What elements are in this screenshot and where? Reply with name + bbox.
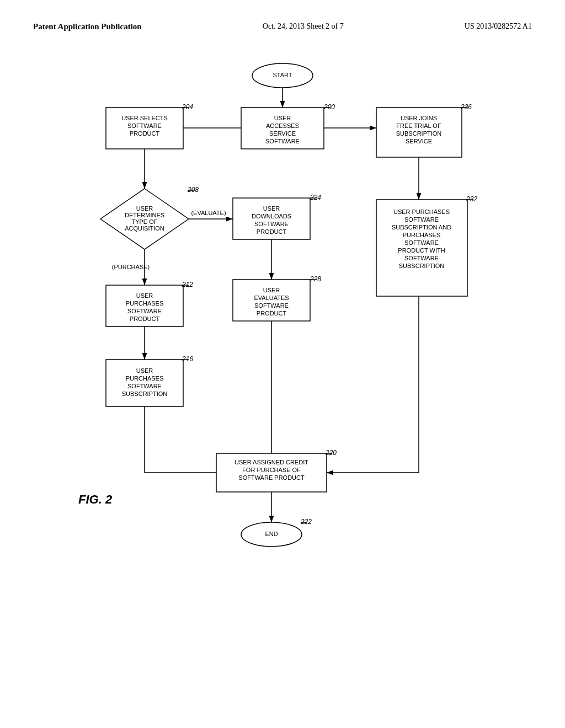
ref-220: 220 (325, 449, 337, 457)
node-232-text-7: SOFTWARE (404, 255, 439, 261)
patent-page: Patent Application Publication Oct. 24, … (0, 0, 565, 728)
fig-label: FIG. 2 (78, 493, 113, 506)
node-204-text-3: PRODUCT (130, 130, 160, 137)
page-header: Patent Application Publication Oct. 24, … (33, 22, 532, 31)
node-228-text-1: USER (263, 287, 280, 293)
node-216-text-1: USER (136, 367, 153, 374)
node-220-text-2: FOR PURCHASE OF (242, 467, 301, 473)
ref-236: 236 (460, 103, 472, 111)
node-224-text-1: USER (263, 205, 280, 212)
ref-216: 216 (182, 355, 193, 363)
node-212-text-3: SOFTWARE (127, 308, 162, 314)
header-left: Patent Application Publication (33, 22, 142, 31)
node-200-text-4: SOFTWARE (265, 138, 300, 144)
node-204-text-2: SOFTWARE (127, 122, 162, 129)
node-228-text-4: PRODUCT (257, 310, 287, 317)
node-232-text-5: SOFTWARE (404, 239, 439, 246)
ref-224: 224 (310, 194, 321, 201)
node-216-text-2: PURCHASES (126, 375, 163, 382)
node-208-text-3: TYPE OF (131, 218, 157, 225)
node-232-text-3: SUBSCRIPTION AND (392, 224, 451, 231)
ref-228: 228 (310, 275, 321, 283)
node-232-text-6: PRODUCT WITH (398, 247, 445, 254)
node-224-text-2: DOWNLOADS (252, 213, 291, 220)
node-232-text-8: SUBSCRIPTION (399, 263, 445, 269)
node-200-text-1: USER (274, 115, 291, 121)
node-236-text-4: SERVICE (406, 138, 432, 144)
node-220-text-1: USER ASSIGNED CREDIT (234, 459, 308, 465)
node-216-text-3: SOFTWARE (127, 383, 162, 389)
purchase-label: (PURCHASE) (112, 264, 150, 270)
header-right: US 2013/0282572 A1 (465, 22, 532, 31)
header-center: Oct. 24, 2013 Sheet 2 of 7 (263, 22, 344, 31)
ref-200: 200 (323, 103, 335, 111)
node-236-text-2: FREE TRIAL OF (396, 122, 441, 129)
node-224-text-4: PRODUCT (257, 228, 287, 235)
ref-222: 222 (300, 518, 312, 526)
node-212-text-4: PRODUCT (130, 315, 160, 322)
ref-232: 232 (466, 195, 477, 203)
arrow-232-220 (327, 296, 419, 473)
node-236-text-3: SUBSCRIPTION (396, 130, 442, 137)
node-220-text-3: SOFTWARE PRODUCT (238, 474, 305, 481)
ref-212: 212 (182, 281, 193, 288)
node-204-text-1: USER SELECTS (121, 115, 168, 121)
node-208-text-4: ACQUISITION (125, 225, 164, 232)
node-228-text-2: EVALUATES (254, 295, 289, 301)
node-212-text-2: PURCHASES (126, 300, 163, 307)
diagram-area: START USER ACCESSES SERVICE SOFTWARE 200… (33, 42, 532, 677)
node-224-text-3: SOFTWARE (254, 221, 289, 227)
node-200-text-2: ACCESSES (266, 122, 299, 129)
evaluate-label: (EVALUATE) (191, 210, 226, 216)
node-236-text-1: USER JOINS (401, 115, 437, 121)
node-232-text-4: PURCHASES (403, 232, 440, 238)
node-228-text-3: SOFTWARE (254, 302, 289, 309)
node-208-text-1: USER (136, 205, 153, 212)
node-212-text-1: USER (136, 292, 153, 299)
node-232-text-2: SOFTWARE (404, 216, 439, 223)
node-208-text-2: DETERMINES (125, 212, 164, 218)
node-216-text-4: SUBSCRIPTION (122, 390, 168, 397)
end-label: END (265, 531, 278, 537)
start-label: START (273, 72, 292, 78)
node-232-text-1: USER PURCHASES (393, 208, 450, 215)
ref-208: 208 (187, 186, 199, 194)
ref-204: 204 (182, 103, 193, 111)
node-200-text-3: SERVICE (269, 130, 296, 137)
arrow-216-220 (145, 406, 227, 473)
